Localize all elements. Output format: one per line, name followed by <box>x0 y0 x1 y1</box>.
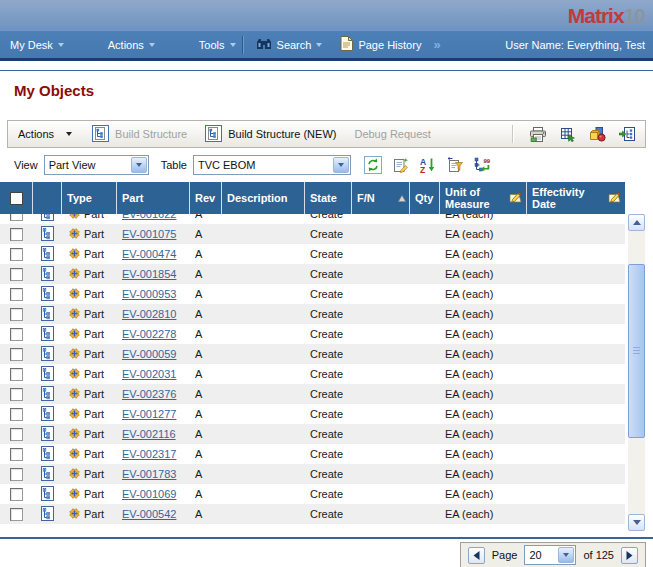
part-link[interactable]: EV-001854 <box>122 268 176 280</box>
part-link[interactable]: EV-000953 <box>122 288 176 300</box>
previous-page-button[interactable] <box>468 547 485 564</box>
export-table-icon[interactable] <box>560 127 576 142</box>
column-header-effectivity-date[interactable]: Effectivity Date <box>527 182 625 214</box>
part-link[interactable]: EV-001069 <box>122 488 176 500</box>
part-link[interactable]: EV-002116 <box>122 428 176 440</box>
row-checkbox[interactable] <box>10 488 23 501</box>
structure-document-icon[interactable] <box>41 406 54 423</box>
structure-document-icon[interactable] <box>41 506 54 523</box>
build-structure-icon <box>205 125 222 144</box>
structure-document-icon[interactable] <box>41 346 54 363</box>
structure-document-icon[interactable] <box>41 214 54 223</box>
next-page-button[interactable] <box>621 547 638 564</box>
row-checkbox[interactable] <box>10 388 23 401</box>
column-header-part[interactable]: Part <box>117 182 190 214</box>
row-checkbox[interactable] <box>10 328 23 341</box>
structure-document-icon[interactable] <box>41 246 54 263</box>
part-link[interactable]: EV-002317 <box>122 448 176 460</box>
edit-column-icon[interactable] <box>508 191 523 205</box>
menu-my-desk[interactable]: My Desk <box>10 39 64 51</box>
filter-icon[interactable] <box>447 157 463 173</box>
part-link[interactable]: EV-002376 <box>122 388 176 400</box>
structure-document-icon[interactable] <box>41 226 54 243</box>
row-checkbox-cell <box>0 244 33 264</box>
column-header-state[interactable]: State <box>305 182 352 214</box>
menu-search[interactable]: Search <box>256 37 323 52</box>
column-header-rev[interactable]: Rev <box>190 182 222 214</box>
print-icon[interactable] <box>529 127 547 142</box>
structure-document-icon[interactable] <box>41 326 54 343</box>
part-link[interactable]: EV-000542 <box>122 508 176 520</box>
scrollbar-thumb[interactable] <box>628 264 645 438</box>
row-checkbox[interactable] <box>10 288 23 301</box>
row-checkbox[interactable] <box>10 248 23 261</box>
objects-3d-icon[interactable] <box>589 126 606 142</box>
row-checkbox[interactable] <box>10 408 23 421</box>
column-header-type[interactable]: Type <box>62 182 117 214</box>
column-header-description[interactable]: Description <box>222 182 305 214</box>
table-label: Table <box>161 159 187 171</box>
part-link[interactable]: EV-000059 <box>122 348 176 360</box>
structure-document-icon[interactable] <box>41 306 54 323</box>
structure-document-icon[interactable] <box>41 366 54 383</box>
row-checkbox[interactable] <box>10 368 23 381</box>
row-checkbox[interactable] <box>10 214 23 221</box>
structure-document-icon[interactable] <box>41 486 54 503</box>
part-link[interactable]: EV-002810 <box>122 308 176 320</box>
row-checkbox[interactable] <box>10 268 23 281</box>
column-header-qty[interactable]: Qty <box>410 182 440 214</box>
fn-cell <box>352 324 410 344</box>
column-header-uom[interactable]: Unit of Measure <box>440 182 527 214</box>
chevron-down-icon <box>230 43 236 47</box>
page-number-select[interactable]: 20 <box>524 545 576 565</box>
row-icon-cell <box>33 364 62 384</box>
table-select[interactable]: TVC EBOM <box>193 155 351 175</box>
part-link[interactable]: EV-001075 <box>122 228 176 240</box>
structure-document-icon[interactable] <box>41 466 54 483</box>
edit-table-icon[interactable] <box>393 157 409 173</box>
row-checkbox[interactable] <box>10 428 23 441</box>
part-link[interactable]: EV-001622 <box>122 214 176 220</box>
part-link[interactable]: EV-001277 <box>122 408 176 420</box>
part-link[interactable]: EV-000474 <box>122 248 176 260</box>
structure-document-icon[interactable] <box>41 446 54 463</box>
build-structure-new-button[interactable]: Build Structure (NEW) <box>205 125 336 144</box>
menu-overflow-chevrons[interactable]: » <box>433 37 440 52</box>
structure-document-icon[interactable] <box>41 386 54 403</box>
structure-compare-icon[interactable]: 99 <box>474 157 491 173</box>
menu-tools[interactable]: Tools <box>199 39 236 51</box>
view-select[interactable]: Part View <box>44 155 149 175</box>
qty-cell <box>410 444 440 464</box>
toolbar-actions-menu[interactable]: Actions <box>18 128 72 140</box>
part-link[interactable]: EV-002278 <box>122 328 176 340</box>
column-header-fn[interactable]: F/N <box>352 182 410 214</box>
row-checkbox[interactable] <box>10 228 23 241</box>
description-cell <box>222 324 305 344</box>
structure-document-icon[interactable] <box>41 266 54 283</box>
build-structure-new-label: Build Structure (NEW) <box>228 128 336 140</box>
rev-cell: A <box>190 244 222 264</box>
select-all-checkbox[interactable] <box>10 192 23 205</box>
fn-cell <box>352 464 410 484</box>
menu-page-history[interactable]: Page History <box>340 36 421 53</box>
export-structure-icon[interactable] <box>619 126 635 142</box>
vertical-scrollbar[interactable] <box>628 214 645 531</box>
edit-column-icon[interactable] <box>607 191 622 205</box>
icon-column-header <box>33 182 62 214</box>
row-checkbox[interactable] <box>10 348 23 361</box>
row-checkbox[interactable] <box>10 448 23 461</box>
menu-actions[interactable]: Actions <box>108 39 155 51</box>
row-checkbox[interactable] <box>10 308 23 321</box>
scroll-down-button[interactable] <box>628 514 645 531</box>
sort-az-icon[interactable]: AZ <box>420 157 436 173</box>
part-link[interactable]: EV-001783 <box>122 468 176 480</box>
row-checkbox[interactable] <box>10 508 23 521</box>
structure-document-icon[interactable] <box>41 286 54 303</box>
chevron-down-icon <box>558 547 574 563</box>
structure-document-icon[interactable] <box>41 426 54 443</box>
scroll-up-button[interactable] <box>628 214 645 231</box>
uom-cell: EA (each) <box>440 444 527 464</box>
refresh-icon[interactable] <box>364 156 382 174</box>
part-link[interactable]: EV-002031 <box>122 368 176 380</box>
row-checkbox[interactable] <box>10 468 23 481</box>
